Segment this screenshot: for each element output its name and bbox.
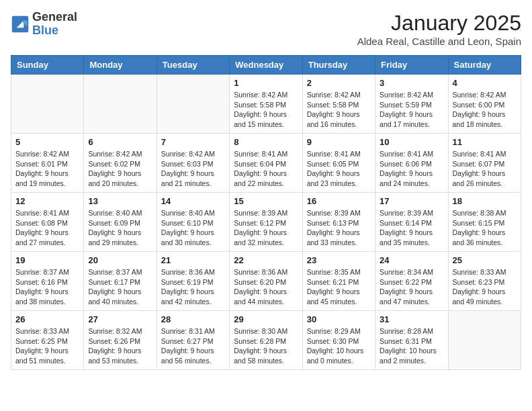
- day-detail: Sunrise: 8:42 AMSunset: 5:59 PMDaylight:…: [380, 90, 443, 130]
- day-detail: Sunrise: 8:39 AMSunset: 6:12 PMDaylight:…: [234, 208, 298, 248]
- calendar-cell: 26Sunrise: 8:33 AMSunset: 6:25 PMDayligh…: [11, 311, 84, 370]
- day-number: 28: [161, 314, 225, 324]
- day-detail: Sunrise: 8:42 AMSunset: 6:01 PMDaylight:…: [15, 149, 79, 189]
- day-number: 7: [161, 137, 225, 147]
- day-detail: Sunrise: 8:41 AMSunset: 6:04 PMDaylight:…: [234, 149, 298, 189]
- calendar-cell: 14Sunrise: 8:40 AMSunset: 6:10 PMDayligh…: [157, 193, 229, 252]
- calendar-cell: 6Sunrise: 8:42 AMSunset: 6:02 PMDaylight…: [84, 134, 157, 193]
- day-detail: Sunrise: 8:41 AMSunset: 6:08 PMDaylight:…: [15, 208, 79, 248]
- day-detail: Sunrise: 8:32 AMSunset: 6:26 PMDaylight:…: [88, 326, 152, 366]
- weekday-header-tuesday: Tuesday: [157, 56, 229, 75]
- day-number: 4: [453, 78, 517, 88]
- calendar-cell: [157, 75, 229, 134]
- day-detail: Sunrise: 8:40 AMSunset: 6:10 PMDaylight:…: [161, 208, 225, 248]
- day-number: 10: [380, 137, 443, 147]
- calendar-cell: 20Sunrise: 8:37 AMSunset: 6:17 PMDayligh…: [84, 252, 157, 311]
- weekday-header-row: SundayMondayTuesdayWednesdayThursdayFrid…: [11, 56, 521, 75]
- logo-icon: [11, 15, 30, 34]
- calendar-cell: 16Sunrise: 8:39 AMSunset: 6:13 PMDayligh…: [302, 193, 375, 252]
- day-detail: Sunrise: 8:35 AMSunset: 6:21 PMDaylight:…: [307, 267, 371, 307]
- calendar-cell: 5Sunrise: 8:42 AMSunset: 6:01 PMDaylight…: [11, 134, 84, 193]
- calendar-cell: 31Sunrise: 8:28 AMSunset: 6:31 PMDayligh…: [375, 311, 448, 370]
- calendar-cell: 28Sunrise: 8:31 AMSunset: 6:27 PMDayligh…: [157, 311, 229, 370]
- day-detail: Sunrise: 8:37 AMSunset: 6:16 PMDaylight:…: [15, 267, 79, 307]
- week-row-2: 5Sunrise: 8:42 AMSunset: 6:01 PMDaylight…: [11, 134, 521, 193]
- calendar-cell: 21Sunrise: 8:36 AMSunset: 6:19 PMDayligh…: [157, 252, 229, 311]
- calendar-table: SundayMondayTuesdayWednesdayThursdayFrid…: [11, 55, 521, 370]
- calendar-cell: 10Sunrise: 8:41 AMSunset: 6:06 PMDayligh…: [375, 134, 448, 193]
- page-header: General Blue January 2025 Aldea Real, Ca…: [11, 11, 521, 47]
- weekday-header-wednesday: Wednesday: [230, 56, 302, 75]
- day-number: 21: [161, 255, 225, 265]
- day-number: 20: [88, 255, 152, 265]
- day-number: 29: [234, 314, 298, 324]
- calendar-cell: 11Sunrise: 8:41 AMSunset: 6:07 PMDayligh…: [448, 134, 521, 193]
- day-number: 15: [234, 196, 298, 206]
- day-number: 24: [380, 255, 443, 265]
- day-number: 18: [453, 196, 517, 206]
- day-detail: Sunrise: 8:42 AMSunset: 6:00 PMDaylight:…: [453, 90, 517, 130]
- weekday-header-sunday: Sunday: [11, 56, 84, 75]
- day-detail: Sunrise: 8:30 AMSunset: 6:28 PMDaylight:…: [234, 326, 298, 366]
- day-number: 25: [453, 255, 517, 265]
- calendar-cell: 24Sunrise: 8:34 AMSunset: 6:22 PMDayligh…: [375, 252, 448, 311]
- day-detail: Sunrise: 8:40 AMSunset: 6:09 PMDaylight:…: [88, 208, 152, 248]
- day-number: 11: [453, 137, 517, 147]
- weekday-header-saturday: Saturday: [448, 56, 521, 75]
- logo: General Blue: [11, 11, 77, 38]
- calendar-cell: 22Sunrise: 8:36 AMSunset: 6:20 PMDayligh…: [230, 252, 302, 311]
- day-detail: Sunrise: 8:42 AMSunset: 6:03 PMDaylight:…: [161, 149, 225, 189]
- month-title: January 2025: [357, 11, 521, 36]
- calendar-cell: 30Sunrise: 8:29 AMSunset: 6:30 PMDayligh…: [302, 311, 375, 370]
- week-row-3: 12Sunrise: 8:41 AMSunset: 6:08 PMDayligh…: [11, 193, 521, 252]
- logo-text: General Blue: [32, 11, 77, 38]
- calendar-cell: 9Sunrise: 8:41 AMSunset: 6:05 PMDaylight…: [302, 134, 375, 193]
- day-detail: Sunrise: 8:33 AMSunset: 6:25 PMDaylight:…: [15, 326, 79, 366]
- title-area: January 2025 Aldea Real, Castille and Le…: [357, 11, 521, 47]
- calendar-cell: 19Sunrise: 8:37 AMSunset: 6:16 PMDayligh…: [11, 252, 84, 311]
- day-number: 5: [15, 137, 79, 147]
- calendar-cell: [11, 75, 84, 134]
- calendar-cell: 1Sunrise: 8:42 AMSunset: 5:58 PMDaylight…: [230, 75, 302, 134]
- day-number: 30: [307, 314, 371, 324]
- calendar-cell: 3Sunrise: 8:42 AMSunset: 5:59 PMDaylight…: [375, 75, 448, 134]
- week-row-1: 1Sunrise: 8:42 AMSunset: 5:58 PMDaylight…: [11, 75, 521, 134]
- calendar-cell: 15Sunrise: 8:39 AMSunset: 6:12 PMDayligh…: [230, 193, 302, 252]
- day-detail: Sunrise: 8:36 AMSunset: 6:20 PMDaylight:…: [234, 267, 298, 307]
- calendar-cell: 13Sunrise: 8:40 AMSunset: 6:09 PMDayligh…: [84, 193, 157, 252]
- day-detail: Sunrise: 8:38 AMSunset: 6:15 PMDaylight:…: [453, 208, 517, 248]
- calendar-cell: [448, 311, 521, 370]
- day-detail: Sunrise: 8:39 AMSunset: 6:13 PMDaylight:…: [307, 208, 371, 248]
- week-row-4: 19Sunrise: 8:37 AMSunset: 6:16 PMDayligh…: [11, 252, 521, 311]
- calendar-cell: 17Sunrise: 8:39 AMSunset: 6:14 PMDayligh…: [375, 193, 448, 252]
- calendar-cell: 25Sunrise: 8:33 AMSunset: 6:23 PMDayligh…: [448, 252, 521, 311]
- day-number: 17: [380, 196, 443, 206]
- day-detail: Sunrise: 8:42 AMSunset: 6:02 PMDaylight:…: [88, 149, 152, 189]
- calendar-cell: 23Sunrise: 8:35 AMSunset: 6:21 PMDayligh…: [302, 252, 375, 311]
- day-detail: Sunrise: 8:33 AMSunset: 6:23 PMDaylight:…: [453, 267, 517, 307]
- day-detail: Sunrise: 8:29 AMSunset: 6:30 PMDaylight:…: [307, 326, 371, 366]
- day-number: 9: [307, 137, 371, 147]
- day-detail: Sunrise: 8:41 AMSunset: 6:05 PMDaylight:…: [307, 149, 371, 189]
- day-detail: Sunrise: 8:42 AMSunset: 5:58 PMDaylight:…: [234, 90, 298, 130]
- weekday-header-thursday: Thursday: [302, 56, 375, 75]
- weekday-header-friday: Friday: [375, 56, 448, 75]
- calendar-cell: 2Sunrise: 8:42 AMSunset: 5:58 PMDaylight…: [302, 75, 375, 134]
- day-detail: Sunrise: 8:36 AMSunset: 6:19 PMDaylight:…: [161, 267, 225, 307]
- weekday-header-monday: Monday: [84, 56, 157, 75]
- day-detail: Sunrise: 8:31 AMSunset: 6:27 PMDaylight:…: [161, 326, 225, 366]
- calendar-cell: 29Sunrise: 8:30 AMSunset: 6:28 PMDayligh…: [230, 311, 302, 370]
- day-detail: Sunrise: 8:34 AMSunset: 6:22 PMDaylight:…: [380, 267, 443, 307]
- day-number: 6: [88, 137, 152, 147]
- calendar-cell: 18Sunrise: 8:38 AMSunset: 6:15 PMDayligh…: [448, 193, 521, 252]
- day-number: 31: [380, 314, 443, 324]
- day-number: 22: [234, 255, 298, 265]
- day-number: 27: [88, 314, 152, 324]
- calendar-cell: 8Sunrise: 8:41 AMSunset: 6:04 PMDaylight…: [230, 134, 302, 193]
- day-detail: Sunrise: 8:39 AMSunset: 6:14 PMDaylight:…: [380, 208, 443, 248]
- day-number: 23: [307, 255, 371, 265]
- day-number: 12: [15, 196, 79, 206]
- day-number: 26: [15, 314, 79, 324]
- day-detail: Sunrise: 8:41 AMSunset: 6:06 PMDaylight:…: [380, 149, 443, 189]
- day-number: 3: [380, 78, 443, 88]
